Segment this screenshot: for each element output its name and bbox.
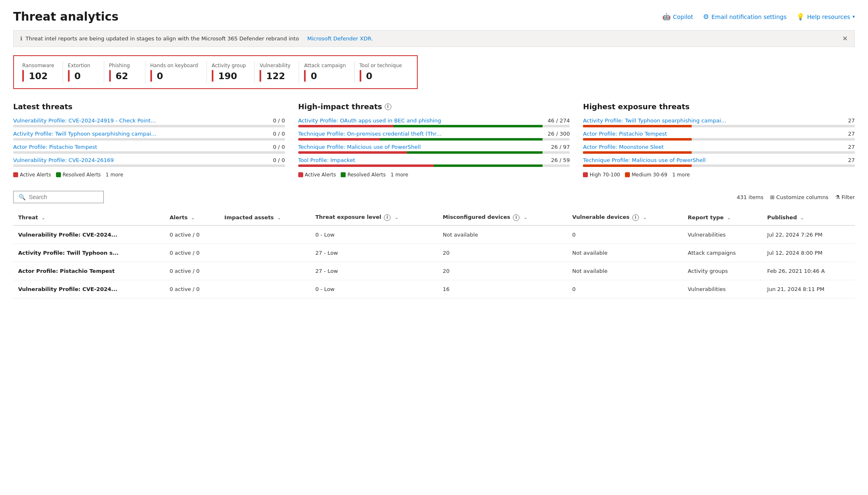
table-row[interactable]: Activity Profile: Twill Typhoon s... 0 a…: [13, 244, 855, 262]
threat-item-row: Actor Profile: Moonstone Sleet 27: [583, 144, 855, 150]
threat-item-row: Technique Profile: Malicious use of Powe…: [583, 157, 855, 163]
help-resources-button[interactable]: 💡 Help resources ▾: [796, 13, 855, 21]
threat-item-link[interactable]: Activity Profile: Twill Typhoon spearphi…: [583, 117, 727, 124]
email-settings-button[interactable]: ⚙ Email notification settings: [703, 13, 787, 21]
threat-item-row: Activity Profile: Twill Typhoon spearphi…: [583, 117, 855, 124]
cell-report-type: Vulnerabilities: [683, 280, 763, 298]
cell-misconfigured: Not available: [438, 225, 567, 244]
info-icon-vulnerable[interactable]: i: [632, 214, 639, 221]
copilot-button[interactable]: 🤖 Copilot: [662, 13, 693, 21]
threat-item-link[interactable]: Vulnerability Profile: CVE-2024-26169: [13, 157, 157, 163]
filter-tile-bar: [150, 70, 152, 82]
cell-report-type: Activity groups: [683, 262, 763, 280]
filter-tile-bar: [22, 70, 24, 82]
col-threat-exposure[interactable]: Threat exposure level i ⌄: [310, 210, 438, 225]
info-icon-misconfig[interactable]: i: [513, 214, 519, 221]
progress-bar: [583, 151, 855, 154]
info-icon-exposure[interactable]: i: [384, 214, 391, 221]
col-alerts[interactable]: Alerts ⌄: [165, 210, 220, 225]
info-icon[interactable]: i: [385, 103, 391, 110]
latest-threats-list: Vulnerability Profile: CVE-2024-24919 - …: [13, 117, 285, 167]
cell-misconfigured: 20: [438, 244, 567, 262]
bulb-icon: 💡: [796, 13, 805, 21]
threat-item-link[interactable]: Activity Profile: OAuth apps used in BEC…: [298, 117, 442, 124]
threat-item-link[interactable]: Vulnerability Profile: CVE-2024-24919 - …: [13, 117, 157, 124]
table-row[interactable]: Vulnerability Profile: CVE-2024... 0 act…: [13, 280, 855, 298]
info-icon: ℹ: [20, 35, 22, 42]
cell-report-type: Vulnerabilities: [683, 225, 763, 244]
high-dot: [583, 172, 588, 177]
progress-bar: [298, 125, 570, 127]
customize-columns-button[interactable]: ⊞ Customize columns: [770, 194, 828, 200]
cell-misconfigured: 20: [438, 262, 567, 280]
filter-tile-extortion[interactable]: Extortion 0: [63, 61, 104, 83]
table-row[interactable]: Actor Profile: Pistachio Tempest 0 activ…: [13, 262, 855, 280]
threat-item-row: Technique Profile: Malicious use of Powe…: [298, 144, 570, 150]
table-row[interactable]: Vulnerability Profile: CVE-2024... 0 act…: [13, 225, 855, 244]
high-legend: High 70-100: [583, 172, 620, 178]
banner-link[interactable]: Microsoft Defender XDR.: [307, 35, 373, 42]
threat-item-score: 0 / 0: [273, 131, 285, 137]
banner-content: ℹ Threat intel reports are being updated…: [20, 35, 373, 42]
filter-tile-bar: [212, 70, 213, 82]
threat-item-row: Tool Profile: Impacket 26 / 59: [298, 157, 570, 163]
filter-tile-activity-group[interactable]: Activity group 190: [207, 61, 255, 83]
threat-item-score: 0 / 0: [273, 117, 285, 124]
search-input[interactable]: [29, 194, 98, 200]
threat-item-row: Technique Profile: On-premises credentia…: [298, 131, 570, 137]
threat-item-score: 27: [848, 117, 855, 124]
threat-item-link[interactable]: Actor Profile: Moonstone Sleet: [583, 144, 727, 150]
sort-icon-published: ⌄: [800, 216, 804, 220]
threat-item-row: Activity Profile: Twill Typhoon spearphi…: [13, 131, 285, 137]
list-item: Vulnerability Profile: CVE-2024-26169 0 …: [13, 157, 285, 167]
gray-bar: [692, 164, 855, 167]
threat-item-link[interactable]: Technique Profile: Malicious use of Powe…: [583, 157, 727, 163]
threat-item-score: 26 / 97: [551, 144, 570, 150]
filter-tile-tool-or-technique[interactable]: Tool or technique 0: [355, 61, 410, 83]
filter-tile-value: 102: [22, 70, 54, 82]
filter-tile-label: Tool or technique: [360, 63, 402, 68]
col-misconfigured[interactable]: Misconfigured devices i ⌄: [438, 210, 567, 225]
col-published[interactable]: Published ⌄: [762, 210, 855, 225]
filter-tile-hands-on-keyboard[interactable]: Hands on keyboard 0: [145, 61, 207, 83]
active-dot-hi: [298, 172, 303, 177]
page-header: Threat analytics 🤖 Copilot ⚙ Email notif…: [13, 10, 855, 23]
progress-bar: [583, 138, 855, 141]
resolved-alerts-legend: Resolved Alerts: [56, 172, 101, 178]
cell-threat: Vulnerability Profile: CVE-2024...: [13, 280, 165, 298]
threat-item-link[interactable]: Actor Profile: Pistachio Tempest: [583, 131, 727, 137]
threat-item-link[interactable]: Activity Profile: Twill Typhoon spearphi…: [13, 131, 157, 137]
close-icon[interactable]: ✕: [842, 35, 848, 42]
filter-tile-attack-campaign[interactable]: Attack campaign 0: [299, 61, 354, 83]
progress-bar: [583, 164, 855, 167]
threat-item-link[interactable]: Technique Profile: On-premises credentia…: [298, 131, 442, 137]
col-vulnerable[interactable]: Vulnerable devices i ⌄: [567, 210, 683, 225]
active-dot: [13, 172, 18, 177]
filter-tile-value: 0: [304, 70, 346, 82]
list-item: Technique Profile: On-premises credentia…: [298, 131, 570, 141]
col-report-type[interactable]: Report type ⌄: [683, 210, 763, 225]
cell-vulnerable: 0: [567, 225, 683, 244]
search-box[interactable]: 🔍: [13, 191, 104, 203]
filter-tile-vulnerability[interactable]: Vulnerability 122: [255, 61, 299, 83]
gear-icon: ⚙: [703, 13, 709, 21]
cell-vulnerable: Not available: [567, 244, 683, 262]
filter-tile-bar: [260, 70, 261, 82]
resolved-alerts-legend-hi: Resolved Alerts: [341, 172, 386, 178]
col-impacted-assets[interactable]: Impacted assets ⌄: [220, 210, 311, 225]
filter-button[interactable]: ⚗ Filter: [835, 194, 855, 200]
threat-item-link[interactable]: Technique Profile: Malicious use of Powe…: [298, 144, 442, 150]
filter-tile-label: Extortion: [68, 63, 96, 68]
threat-item-link[interactable]: Actor Profile: Pistachio Tempest: [13, 144, 157, 150]
list-item: Actor Profile: Moonstone Sleet 27: [583, 144, 855, 154]
chevron-down-icon: ▾: [852, 14, 855, 19]
gray-bar: [692, 138, 855, 141]
cell-vulnerable: 0: [567, 280, 683, 298]
threat-item-link[interactable]: Tool Profile: Impacket: [298, 157, 442, 163]
cell-impacted-assets: [220, 244, 311, 262]
filter-tile-ransomware[interactable]: Ransomware 102: [21, 61, 63, 83]
col-threat[interactable]: Threat ⌄: [13, 210, 165, 225]
orange-bar: [583, 125, 692, 127]
high-impact-threats-section: High-impact threats i Activity Profile: …: [298, 102, 570, 178]
filter-tile-phishing[interactable]: Phishing 62: [104, 61, 145, 83]
